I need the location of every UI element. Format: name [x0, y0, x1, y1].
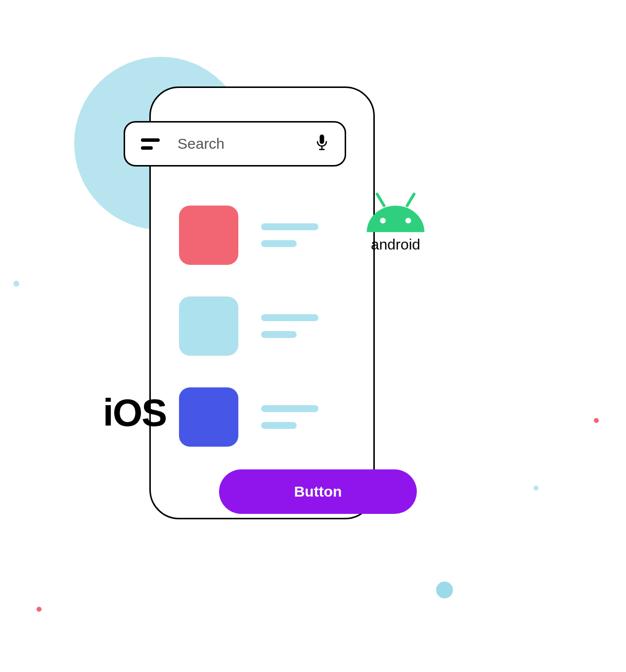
decor-dot [594, 418, 599, 423]
list-item-thumbnail [179, 296, 238, 356]
decor-dot [436, 582, 453, 598]
microphone-icon[interactable] [315, 134, 329, 154]
menu-icon[interactable] [141, 136, 160, 151]
list-item-text [261, 223, 318, 247]
list-item[interactable] [179, 206, 347, 265]
list-item-text [261, 405, 318, 429]
android-label: android [358, 236, 433, 253]
android-logo: android [358, 192, 433, 253]
list-item-thumbnail [179, 206, 238, 265]
list-item-thumbnail [179, 387, 238, 447]
decor-dot [13, 281, 19, 287]
primary-button[interactable]: Button [219, 469, 417, 514]
decor-dot [37, 607, 42, 612]
svg-point-5 [380, 218, 386, 224]
svg-rect-0 [320, 134, 324, 144]
decor-dot [534, 486, 538, 491]
search-input[interactable]: Search [178, 135, 315, 152]
list-item[interactable] [179, 387, 347, 447]
svg-line-4 [407, 194, 414, 206]
svg-line-3 [377, 194, 384, 206]
list-item-text [261, 314, 318, 338]
svg-point-6 [405, 218, 411, 224]
ios-label: iOS [103, 390, 166, 435]
list-item[interactable] [179, 296, 347, 356]
content-list [179, 206, 347, 478]
search-bar[interactable]: Search [124, 121, 346, 167]
android-icon [361, 192, 430, 232]
